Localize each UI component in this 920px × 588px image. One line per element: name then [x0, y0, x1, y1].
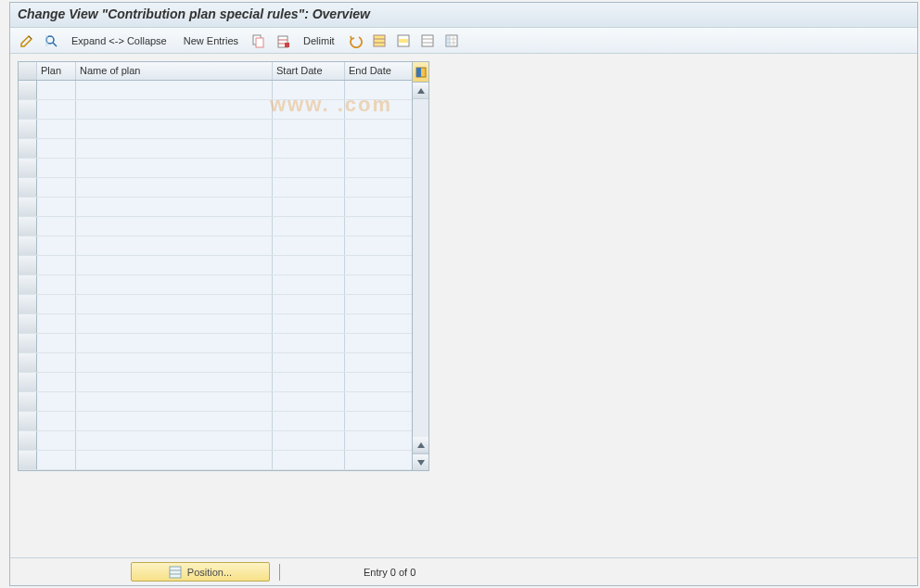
cell-name[interactable]	[76, 451, 273, 469]
input-name[interactable]	[80, 415, 268, 428]
cell-start[interactable]	[273, 159, 345, 177]
input-end[interactable]	[349, 415, 408, 428]
input-name[interactable]	[80, 376, 268, 389]
cell-plan[interactable]	[37, 353, 76, 372]
cell-start[interactable]	[273, 412, 345, 430]
expand-collapse-button[interactable]: Expand <-> Collapse	[64, 31, 174, 51]
input-name[interactable]	[80, 122, 268, 135]
input-end[interactable]	[349, 200, 408, 213]
scroll-track[interactable]	[413, 99, 428, 437]
input-start[interactable]	[276, 103, 340, 116]
input-end[interactable]	[349, 376, 408, 389]
input-start[interactable]	[276, 376, 340, 389]
cell-start[interactable]	[273, 353, 345, 372]
input-name[interactable]	[80, 317, 268, 330]
input-name[interactable]	[80, 142, 268, 155]
input-end[interactable]	[349, 161, 408, 174]
cell-name[interactable]	[76, 236, 273, 255]
input-end[interactable]	[349, 434, 408, 447]
cell-end[interactable]	[345, 217, 412, 236]
cell-name[interactable]	[76, 314, 273, 333]
cell-end[interactable]	[345, 373, 412, 391]
cell-start[interactable]	[273, 451, 345, 469]
cell-end[interactable]	[345, 353, 412, 372]
input-plan[interactable]	[41, 395, 71, 408]
row-selector[interactable]	[19, 373, 37, 391]
table-settings-icon[interactable]	[441, 31, 463, 51]
cell-name[interactable]	[76, 178, 273, 197]
input-end[interactable]	[349, 83, 408, 96]
input-plan[interactable]	[41, 142, 71, 155]
input-name[interactable]	[80, 161, 268, 174]
input-plan[interactable]	[41, 434, 71, 447]
cell-name[interactable]	[76, 217, 273, 236]
col-header-start[interactable]: Start Date	[273, 62, 345, 80]
cell-plan[interactable]	[37, 451, 76, 469]
input-name[interactable]	[80, 278, 268, 291]
input-name[interactable]	[80, 434, 268, 447]
input-end[interactable]	[349, 395, 408, 408]
input-start[interactable]	[276, 83, 340, 96]
cell-plan[interactable]	[37, 159, 76, 177]
cell-end[interactable]	[345, 334, 412, 352]
cell-plan[interactable]	[37, 295, 76, 313]
select-block-icon[interactable]	[392, 31, 415, 51]
input-plan[interactable]	[41, 259, 71, 272]
row-selector[interactable]	[19, 412, 37, 430]
row-selector[interactable]	[19, 159, 37, 177]
input-start[interactable]	[276, 317, 340, 330]
input-name[interactable]	[80, 298, 268, 311]
row-selector[interactable]	[19, 451, 37, 469]
cell-start[interactable]	[273, 100, 345, 119]
cell-plan[interactable]	[37, 256, 76, 275]
input-plan[interactable]	[41, 337, 71, 350]
input-name[interactable]	[80, 83, 268, 96]
delete-icon[interactable]	[272, 31, 294, 51]
cell-name[interactable]	[76, 198, 273, 216]
input-start[interactable]	[276, 298, 340, 311]
input-plan[interactable]	[41, 103, 71, 116]
cell-plan[interactable]	[37, 198, 76, 216]
cell-end[interactable]	[345, 236, 412, 255]
input-end[interactable]	[349, 122, 408, 135]
input-start[interactable]	[276, 356, 340, 369]
cell-start[interactable]	[273, 314, 345, 333]
cell-start[interactable]	[273, 295, 345, 313]
row-selector[interactable]	[19, 100, 37, 119]
row-selector[interactable]	[19, 275, 37, 294]
input-end[interactable]	[349, 259, 408, 272]
input-start[interactable]	[276, 239, 340, 252]
input-end[interactable]	[349, 337, 408, 350]
row-selector[interactable]	[19, 431, 37, 450]
input-name[interactable]	[80, 356, 268, 369]
cell-start[interactable]	[273, 236, 345, 255]
scroll-up2-icon[interactable]	[413, 437, 428, 454]
input-start[interactable]	[276, 415, 340, 428]
cell-start[interactable]	[273, 256, 345, 275]
cell-plan[interactable]	[37, 431, 76, 450]
cell-name[interactable]	[76, 334, 273, 352]
row-selector[interactable]	[19, 334, 37, 352]
cell-end[interactable]	[345, 392, 412, 411]
row-selector[interactable]	[19, 353, 37, 372]
cell-start[interactable]	[273, 431, 345, 450]
cell-name[interactable]	[76, 139, 273, 158]
scroll-up-icon[interactable]	[413, 83, 428, 99]
copy-icon[interactable]	[248, 31, 270, 51]
input-name[interactable]	[80, 395, 268, 408]
row-selector[interactable]	[19, 178, 37, 197]
cell-name[interactable]	[76, 275, 273, 294]
cell-start[interactable]	[273, 178, 345, 197]
row-selector[interactable]	[19, 198, 37, 216]
cell-start[interactable]	[273, 373, 345, 391]
row-selector[interactable]	[19, 314, 37, 333]
input-end[interactable]	[349, 298, 408, 311]
delimit-button[interactable]: Delimit	[296, 31, 342, 51]
input-plan[interactable]	[41, 161, 71, 174]
input-end[interactable]	[349, 317, 408, 330]
cell-plan[interactable]	[37, 217, 76, 236]
cell-end[interactable]	[345, 198, 412, 216]
input-name[interactable]	[80, 103, 268, 116]
input-plan[interactable]	[41, 298, 71, 311]
cell-start[interactable]	[273, 81, 345, 99]
